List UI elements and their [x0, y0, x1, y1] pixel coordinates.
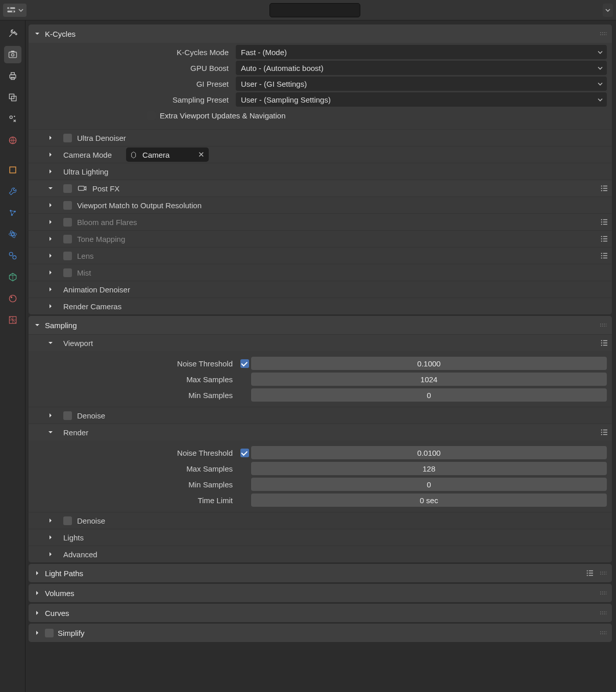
mist-row[interactable]: Mist	[29, 264, 612, 281]
anim-denoiser-row[interactable]: Animation Denoiser	[29, 281, 612, 298]
chevron-down-icon	[34, 30, 41, 37]
rd-min-value[interactable]: 0	[251, 478, 607, 491]
preset-menu-icon[interactable]	[600, 251, 609, 260]
bloom-row[interactable]: Bloom and Flares	[29, 213, 612, 230]
chevron-right-icon	[47, 412, 54, 419]
viewport-match-checkbox[interactable]	[63, 201, 72, 210]
light-paths-header[interactable]: Light Paths	[29, 564, 612, 582]
curves-header[interactable]: Curves	[29, 604, 612, 622]
vp-noise-checkbox[interactable]	[240, 359, 249, 368]
advanced-label: Advanced	[63, 550, 97, 559]
vp-noise-value[interactable]: 0.1000	[251, 357, 607, 370]
constraint-tab[interactable]	[4, 247, 21, 264]
drag-grip-icon[interactable]	[600, 591, 607, 595]
svg-point-64	[601, 434, 602, 435]
preset-menu-icon[interactable]	[600, 428, 609, 437]
preset-menu-icon[interactable]	[600, 234, 609, 243]
particles-icon	[8, 208, 18, 218]
tone-checkbox[interactable]	[63, 235, 72, 243]
rd-max-value[interactable]: 128	[251, 462, 607, 475]
drag-grip-icon[interactable]	[600, 323, 607, 327]
chevron-down-icon	[18, 8, 23, 13]
simplify-header[interactable]: Simplify	[29, 624, 612, 642]
drag-grip-icon[interactable]	[600, 631, 607, 635]
vp-noise-label: Noise Threshold	[34, 359, 238, 368]
gpu-boost-label: GPU Boost	[34, 64, 232, 72]
search-field[interactable]	[277, 6, 363, 14]
rd-noise-checkbox[interactable]	[240, 449, 249, 457]
preset-menu-icon[interactable]	[600, 217, 609, 227]
sampling-preset-select[interactable]: User - (Sampling Settings)	[236, 92, 607, 107]
drag-grip-icon[interactable]	[600, 32, 607, 36]
chevron-down-icon	[47, 429, 54, 436]
preset-menu-icon[interactable]	[600, 338, 609, 348]
object-tab[interactable]	[4, 161, 21, 179]
rd-denoise-row[interactable]: Denoise	[29, 512, 612, 529]
svg-point-7	[11, 54, 14, 56]
ultra-lighting-row[interactable]: Ultra Lighting	[29, 163, 612, 180]
lens-row[interactable]: Lens	[29, 247, 612, 264]
chevron-down-icon	[34, 322, 41, 329]
tool-tab[interactable]	[4, 24, 21, 42]
texture-tab[interactable]	[4, 311, 21, 329]
scene-tab[interactable]	[4, 110, 21, 128]
options-dropdown[interactable]	[603, 4, 613, 17]
gi-preset-value: User - (GI Settings)	[241, 80, 307, 88]
svg-rect-33	[603, 188, 607, 189]
vp-min-value[interactable]: 0	[251, 388, 607, 402]
editor-type-selector[interactable]	[3, 4, 27, 17]
particle-tab[interactable]	[4, 204, 21, 221]
chevron-right-icon	[47, 551, 54, 558]
ultra-denoiser-row[interactable]: Ultra Denoiser	[29, 129, 612, 146]
ultra-denoiser-checkbox[interactable]	[63, 134, 72, 142]
extra-viewport-label: Extra Viewport Updates & Navigation	[160, 111, 286, 120]
lens-checkbox[interactable]	[63, 252, 72, 260]
render-cameras-row[interactable]: Render Cameras	[29, 298, 612, 314]
rd-noise-value[interactable]: 0.0100	[251, 446, 607, 459]
sampling-render-header[interactable]: Render	[29, 424, 612, 440]
material-tab[interactable]	[4, 290, 21, 307]
sampling-header[interactable]: Sampling	[29, 316, 612, 334]
sampling-viewport-header[interactable]: Viewport	[29, 334, 612, 351]
viewlayer-tab[interactable]	[4, 89, 21, 106]
mist-checkbox[interactable]	[63, 268, 72, 277]
advanced-row[interactable]: Advanced	[29, 546, 612, 562]
tone-row[interactable]: Tone Mapping	[29, 230, 612, 247]
kcycles-header[interactable]: K-Cycles	[29, 24, 612, 43]
drag-grip-icon[interactable]	[600, 611, 607, 615]
world-tab[interactable]	[4, 132, 21, 149]
close-icon[interactable]: ✕	[198, 150, 205, 159]
vp-denoise-checkbox[interactable]	[63, 411, 72, 420]
simplify-panel: Simplify	[29, 624, 612, 642]
kcycles-mode-select[interactable]: Fast - (Mode)	[236, 45, 607, 59]
postfx-label: Post FX	[92, 184, 119, 193]
svg-point-34	[601, 190, 602, 191]
bloom-checkbox[interactable]	[63, 218, 72, 227]
camera-chip[interactable]: Camera ✕	[126, 147, 209, 162]
physics-tab[interactable]	[4, 226, 21, 243]
output-tab[interactable]	[4, 67, 21, 85]
data-tab[interactable]	[4, 268, 21, 286]
rd-time-value[interactable]: 0 sec	[251, 493, 607, 507]
postfx-row[interactable]: Post FX	[29, 180, 612, 196]
rd-denoise-checkbox[interactable]	[63, 516, 72, 525]
lights-row[interactable]: Lights	[29, 529, 612, 546]
gi-preset-select[interactable]: User - (GI Settings)	[236, 77, 607, 91]
modifier-tab[interactable]	[4, 183, 21, 200]
preset-menu-icon[interactable]	[600, 184, 609, 193]
simplify-checkbox[interactable]	[45, 629, 54, 637]
drag-grip-icon[interactable]	[600, 571, 607, 575]
vp-denoise-row[interactable]: Denoise	[29, 407, 612, 424]
viewport-match-row[interactable]: Viewport Match to Output Resolution	[29, 196, 612, 213]
volumes-header[interactable]: Volumes	[29, 584, 612, 602]
render-tab[interactable]	[4, 46, 21, 63]
extra-viewport-checkbox[interactable]	[147, 111, 156, 120]
postfx-checkbox[interactable]	[63, 184, 72, 193]
wrench-icon	[8, 186, 18, 196]
gpu-boost-select[interactable]: Auto - (Automatic boost)	[236, 61, 607, 75]
scene-icon	[8, 114, 18, 124]
camera-mode-row[interactable]: Camera Mode Camera ✕	[29, 146, 612, 163]
vp-max-value[interactable]: 1024	[251, 373, 607, 386]
search-input[interactable]	[269, 3, 360, 17]
preset-menu-icon[interactable]	[585, 569, 595, 578]
